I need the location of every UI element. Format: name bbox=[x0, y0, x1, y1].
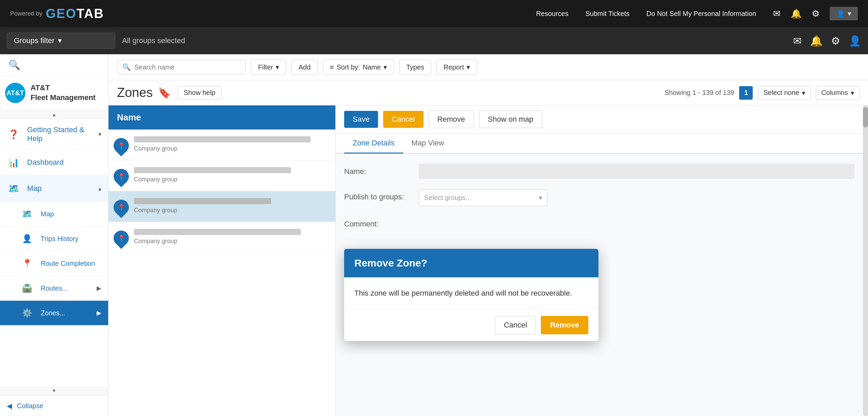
save-button[interactable]: Save bbox=[344, 111, 378, 128]
report-label: Report bbox=[443, 63, 464, 71]
sidebar-collapse-button[interactable]: ◀ Collapse bbox=[0, 395, 108, 416]
zones-title-text: Zones bbox=[117, 85, 153, 100]
sidebar-getting-started-label: Getting Started & Help bbox=[27, 125, 92, 143]
sidebar-item-map[interactable]: 🗺️ Map bbox=[0, 202, 108, 226]
groups-filter-label: Groups filter bbox=[14, 36, 55, 45]
table-row[interactable]: 📍 Company group bbox=[108, 160, 335, 191]
sidebar-map-label: Map bbox=[41, 210, 101, 218]
modal-cancel-button[interactable]: Cancel bbox=[495, 316, 536, 334]
select-none-label: Select none bbox=[763, 89, 799, 97]
envelope-icon[interactable]: ✉ bbox=[773, 8, 781, 19]
sidebar-nav: ❓ Getting Started & Help ▾ 📊 Dashboard 🗺… bbox=[0, 119, 108, 386]
topbar-logo: Powered by GEOTAB bbox=[10, 6, 104, 21]
profile-icon[interactable]: 👤 bbox=[849, 35, 861, 47]
sort-label: Sort by: bbox=[337, 63, 360, 71]
publish-groups-select[interactable]: Select groups... ▾ bbox=[419, 189, 548, 206]
zone-text: Company group bbox=[134, 136, 330, 152]
bookmark-icon: 🔖 bbox=[158, 87, 171, 99]
search-box[interactable]: 🔍 bbox=[117, 60, 246, 74]
remove-button[interactable]: Remove bbox=[429, 111, 474, 128]
select-groups-arrow: ▾ bbox=[539, 194, 542, 202]
route-completion-icon: 📍 bbox=[20, 257, 34, 270]
columns-button[interactable]: Columns ▾ bbox=[816, 86, 860, 100]
sidebar-scroll-down[interactable]: ▼ bbox=[0, 386, 108, 395]
modal-message: This zone will be permanently deleted an… bbox=[354, 289, 572, 297]
zone-text: Company group bbox=[134, 229, 330, 245]
scrollbar-thumb[interactable] bbox=[863, 107, 868, 127]
tab-zone-details[interactable]: Zone Details bbox=[344, 134, 403, 154]
comment-label: Comment: bbox=[344, 216, 412, 229]
collapse-label: Collapse bbox=[17, 402, 43, 410]
modal-header: Remove Zone? bbox=[344, 249, 598, 277]
zone-name-bar bbox=[134, 229, 301, 235]
save-label: Save bbox=[353, 115, 370, 123]
table-row[interactable]: 📍 Company group bbox=[108, 130, 335, 160]
form-row-name: Name: bbox=[344, 164, 854, 179]
table-row[interactable]: 📍 Company group bbox=[108, 191, 335, 222]
zone-name-bar bbox=[134, 198, 271, 204]
sidebar-item-map-section[interactable]: 🗺️ Map ▴ bbox=[0, 176, 108, 202]
sidebar-scroll-up[interactable]: ▲ bbox=[0, 110, 108, 119]
user-menu-button[interactable]: 👤 ▾ bbox=[830, 7, 858, 20]
types-label: Types bbox=[406, 63, 424, 71]
zone-name-bar bbox=[134, 136, 311, 142]
help-icon: ❓ bbox=[7, 127, 20, 141]
sidebar-item-route-completion[interactable]: 📍 Route Completion bbox=[0, 251, 108, 276]
settings-icon[interactable]: ⚙ bbox=[831, 35, 840, 47]
tab-map-view[interactable]: Map View bbox=[403, 134, 453, 154]
user-menu-arrow: ▾ bbox=[848, 9, 851, 18]
sidebar-search-icon[interactable]: 🔍 bbox=[5, 56, 24, 74]
powered-by-text: Powered by bbox=[10, 10, 42, 17]
report-button[interactable]: Report ▾ bbox=[436, 59, 477, 75]
notification-icon[interactable]: 🔔 bbox=[810, 35, 823, 47]
zones-header-right: Showing 1 - 139 of 139 1 Select none ▾ C… bbox=[665, 86, 860, 100]
bell-icon[interactable]: 🔔 bbox=[791, 8, 802, 19]
detail-body: Name: Publish to groups: Select groups..… bbox=[336, 154, 863, 249]
search-input[interactable] bbox=[134, 63, 240, 71]
table-row[interactable]: 📍 Company group bbox=[108, 222, 335, 253]
content-area: 🔍 Filter ▾ Add ≡ Sort by: Name ▾ Types R… bbox=[108, 54, 868, 416]
scrollbar[interactable] bbox=[863, 105, 868, 416]
name-input[interactable] bbox=[419, 164, 854, 179]
mail-icon[interactable]: ✉ bbox=[793, 35, 802, 47]
gear-icon[interactable]: ⚙ bbox=[812, 8, 820, 19]
show-on-map-button[interactable]: Show on map bbox=[479, 111, 542, 128]
sort-value: Name bbox=[363, 63, 381, 71]
remove-label: Remove bbox=[437, 115, 465, 123]
detail-action-bar: Save Cancel Remove Show on map bbox=[336, 105, 863, 134]
select-none-button[interactable]: Select none ▾ bbox=[758, 86, 811, 100]
sidebar-item-routes[interactable]: 🛣️ Routes... ▶ bbox=[0, 276, 108, 301]
columns-arrow: ▾ bbox=[851, 89, 854, 97]
page-badge: 1 bbox=[739, 86, 753, 100]
types-button[interactable]: Types bbox=[399, 60, 431, 75]
sidebar-dashboard-label: Dashboard bbox=[27, 158, 101, 167]
add-button[interactable]: Add bbox=[291, 60, 318, 75]
sidebar-logo: AT&T AT&T Fleet Management bbox=[0, 76, 108, 110]
sort-button[interactable]: ≡ Sort by: Name ▾ bbox=[323, 59, 394, 75]
zone-name-bar bbox=[134, 167, 291, 173]
modal-remove-label: Remove bbox=[550, 321, 579, 329]
sidebar-item-getting-started[interactable]: ❓ Getting Started & Help ▾ bbox=[0, 119, 108, 150]
show-help-button[interactable]: Show help bbox=[177, 86, 222, 100]
select-none-arrow: ▾ bbox=[802, 89, 805, 97]
modal-remove-button[interactable]: Remove bbox=[541, 316, 588, 334]
groups-filter-button[interactable]: Groups filter ▾ bbox=[7, 33, 115, 49]
sidebar-trips-label: Trips History bbox=[41, 235, 101, 243]
cancel-button[interactable]: Cancel bbox=[383, 111, 423, 128]
zone-subtext: Company group bbox=[134, 145, 177, 152]
sidebar-item-zones[interactable]: ⚙️ Zones... ▶ bbox=[0, 301, 108, 325]
modal-footer: Cancel Remove bbox=[344, 309, 598, 341]
submit-tickets-link[interactable]: Submit Tickets bbox=[585, 10, 629, 18]
sort-icon: ≡ bbox=[330, 63, 334, 71]
sidebar-search-area: 🔍 bbox=[0, 54, 108, 76]
sidebar-item-dashboard[interactable]: 📊 Dashboard bbox=[0, 150, 108, 176]
remove-zone-modal: Remove Zone? This zone will be permanent… bbox=[344, 249, 598, 341]
zone-text: Company group bbox=[134, 198, 330, 214]
filter-button[interactable]: Filter ▾ bbox=[251, 59, 286, 75]
groups-filter-arrow: ▾ bbox=[58, 36, 62, 45]
resources-link[interactable]: Resources bbox=[536, 10, 569, 18]
sidebar-item-trips-history[interactable]: 👤 Trips History bbox=[0, 226, 108, 251]
do-not-sell-link[interactable]: Do Not Sell My Personal Information bbox=[647, 10, 756, 18]
zone-subtext: Company group bbox=[134, 238, 177, 244]
filterbar: Groups filter ▾ All groups selected ✉ 🔔 … bbox=[0, 27, 868, 54]
